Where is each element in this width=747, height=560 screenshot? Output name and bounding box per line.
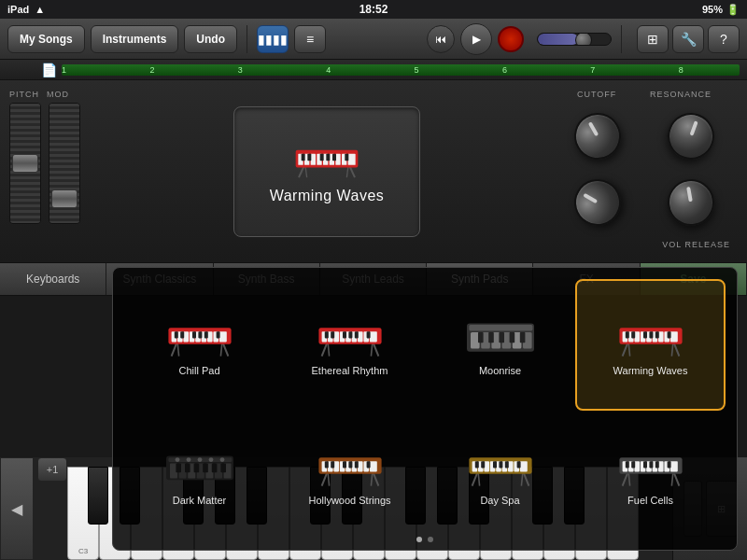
svg-rect-86 xyxy=(669,331,677,342)
preset-ethereal-rhythm[interactable]: Ethereal Rhythm xyxy=(275,279,425,411)
svg-rect-172 xyxy=(667,461,670,468)
svg-rect-140 xyxy=(484,461,489,471)
preset-moonrise[interactable]: Moonrise xyxy=(425,279,575,411)
master-volume-slider[interactable] xyxy=(537,33,612,46)
svg-rect-168 xyxy=(631,461,635,468)
svg-rect-149 xyxy=(493,461,497,468)
my-songs-button[interactable]: My Songs xyxy=(7,25,85,53)
svg-rect-91 xyxy=(655,331,658,338)
device-label: iPad xyxy=(7,4,29,15)
piano-left-button[interactable]: ◀ xyxy=(0,457,34,560)
svg-rect-61 xyxy=(469,325,532,330)
cutoff-knob-2[interactable] xyxy=(566,171,629,234)
left-controls: PITCH MOD xyxy=(9,90,103,253)
preset-name-day-spa: Day Spa xyxy=(480,495,519,506)
preset-icon-moonrise xyxy=(463,315,538,361)
resonance-knob-2[interactable] xyxy=(664,175,718,230)
preset-name-ethereal-rhythm: Ethereal Rhythm xyxy=(312,365,388,376)
svg-rect-132 xyxy=(366,461,370,468)
rewind-button[interactable]: ⏮ xyxy=(427,25,455,53)
svg-rect-105 xyxy=(203,463,208,472)
pitch-slider[interactable] xyxy=(9,103,41,224)
bar-8: 8 xyxy=(679,64,684,76)
mod-slider[interactable] xyxy=(49,103,80,224)
right-icons: ⊞ 🔧 ? xyxy=(637,25,740,53)
svg-rect-90 xyxy=(649,331,653,338)
mixer-button[interactable]: ⊞ xyxy=(637,25,669,53)
knob-labels: CUTOFF RESONANCE xyxy=(551,90,738,99)
tab-keyboards[interactable]: Keyboards xyxy=(0,263,106,295)
svg-rect-71 xyxy=(509,332,514,343)
svg-rect-167 xyxy=(625,461,628,468)
svg-rect-144 xyxy=(508,461,514,471)
svg-rect-171 xyxy=(655,461,658,468)
preset-fuel-cells[interactable]: Fuel Cells xyxy=(575,411,726,539)
svg-rect-88 xyxy=(631,331,635,338)
preset-hollywood-strings[interactable]: Hollywood Strings xyxy=(275,411,425,539)
svg-rect-131 xyxy=(354,461,358,468)
svg-rect-39 xyxy=(216,331,219,338)
preset-area: Chill Pad xyxy=(112,267,738,551)
bar-6: 6 xyxy=(502,64,507,76)
bar-4: 4 xyxy=(326,64,331,76)
svg-rect-47 xyxy=(333,331,339,342)
svg-rect-14 xyxy=(302,154,305,161)
preset-dark-matter[interactable]: Dark Matter xyxy=(124,411,275,539)
preset-grid: Chill Pad xyxy=(113,268,737,550)
battery-icon: 🔋 xyxy=(726,4,740,16)
svg-rect-51 xyxy=(358,331,363,342)
preset-day-spa[interactable]: Day Spa xyxy=(425,411,575,539)
resonance-label: RESONANCE xyxy=(650,90,712,99)
svg-rect-53 xyxy=(369,331,376,342)
svg-rect-160 xyxy=(634,461,640,471)
svg-rect-92 xyxy=(667,331,670,338)
piano-note-label: C3 xyxy=(78,547,88,555)
track-view-button[interactable]: ▮▮▮▮ xyxy=(257,25,289,53)
svg-rect-35 xyxy=(180,331,184,338)
instrument-box[interactable]: Warming Waves xyxy=(233,106,420,237)
svg-rect-148 xyxy=(481,461,485,468)
svg-rect-169 xyxy=(643,461,647,468)
svg-rect-147 xyxy=(474,461,478,468)
svg-rect-150 xyxy=(499,461,502,468)
svg-point-110 xyxy=(197,457,202,462)
status-left: iPad ▲ xyxy=(7,4,45,15)
svg-rect-7 xyxy=(311,154,316,165)
preset-name-moonrise: Moonrise xyxy=(479,365,521,376)
svg-rect-69 xyxy=(488,332,494,343)
svg-point-111 xyxy=(208,457,213,462)
scroll-dot-1 xyxy=(416,537,422,542)
plus-one-button[interactable]: +1 xyxy=(37,457,67,482)
black-key-0[interactable] xyxy=(88,467,108,525)
preset-icon-dark-matter xyxy=(162,444,237,491)
svg-rect-120 xyxy=(333,461,339,471)
svg-rect-124 xyxy=(358,461,363,471)
svg-rect-151 xyxy=(504,461,508,468)
resonance-knob-1[interactable] xyxy=(661,106,721,166)
record-button[interactable] xyxy=(498,26,524,52)
svg-rect-107 xyxy=(220,463,226,472)
svg-rect-17 xyxy=(326,154,330,161)
preset-chill-pad[interactable]: Chill Pad xyxy=(124,279,275,411)
list-view-button[interactable]: ≡ xyxy=(294,25,326,53)
preset-icon-warming-waves xyxy=(613,315,688,361)
undo-button[interactable]: Undo xyxy=(184,25,237,53)
preset-name-fuel-cells: Fuel Cells xyxy=(627,495,673,506)
timeline-track[interactable]: 1 2 3 4 5 6 7 8 xyxy=(62,64,740,76)
pitch-label: PITCH xyxy=(9,90,39,99)
cutoff-knob-1[interactable] xyxy=(566,105,629,168)
svg-rect-130 xyxy=(348,461,352,468)
svg-rect-70 xyxy=(499,332,504,343)
svg-rect-127 xyxy=(324,461,328,468)
vol-release-label: VOL RELEASE xyxy=(551,240,738,253)
svg-rect-84 xyxy=(658,331,664,342)
settings-button[interactable]: 🔧 xyxy=(672,25,704,53)
help-button[interactable]: ? xyxy=(708,25,740,53)
svg-rect-13 xyxy=(348,154,356,165)
instruments-button[interactable]: Instruments xyxy=(91,25,179,53)
preset-warming-waves[interactable]: Warming Waves xyxy=(575,279,726,411)
battery-label: 95% xyxy=(702,4,723,15)
svg-rect-36 xyxy=(192,331,196,338)
svg-rect-19 xyxy=(345,154,348,161)
play-button[interactable]: ▶ xyxy=(460,23,492,55)
